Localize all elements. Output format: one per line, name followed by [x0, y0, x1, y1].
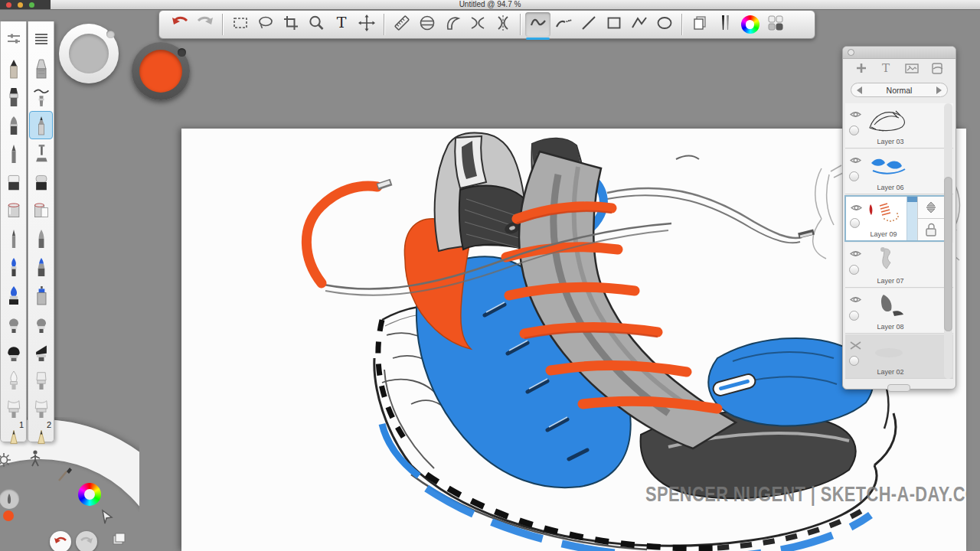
line-tool[interactable]: [576, 12, 601, 37]
panel-close-button[interactable]: [848, 49, 854, 56]
cursor-icon[interactable]: [97, 507, 117, 527]
layer-visibility-toggle[interactable]: [849, 294, 862, 308]
brush-tool-icon[interactable]: [55, 465, 75, 484]
zoom-tool[interactable]: [303, 12, 328, 37]
symmetry-x-tool[interactable]: [465, 12, 490, 37]
french-curve-tool[interactable]: [439, 12, 465, 37]
brush-fine-pen-blue[interactable]: [29, 253, 53, 281]
current-color-dot[interactable]: [3, 510, 14, 521]
layer-thumbnail[interactable]: [864, 290, 914, 321]
layer-thumbnail[interactable]: [864, 198, 909, 229]
text-layer-button[interactable]: T: [879, 61, 893, 78]
ellipse-tool[interactable]: [652, 12, 677, 37]
layer-visibility-toggle-off[interactable]: [849, 340, 862, 354]
layer-visibility-toggle[interactable]: [849, 248, 862, 262]
layer-row[interactable]: Layer 07: [845, 243, 953, 288]
import-image-button[interactable]: [904, 61, 920, 78]
layer-select-radio[interactable]: [849, 171, 859, 181]
crop-tool[interactable]: [278, 12, 303, 37]
brush-ballpoint-pen[interactable]: [29, 111, 53, 139]
brush-airbrush[interactable]: [29, 54, 53, 83]
rectangle-tool[interactable]: [601, 12, 626, 37]
layer-nudge-button[interactable]: [918, 197, 944, 219]
brush-fine-liner[interactable]: [2, 224, 25, 253]
color-puck[interactable]: [132, 42, 190, 100]
redo-button[interactable]: [192, 12, 217, 37]
brush-stroke-pen[interactable]: [29, 83, 53, 111]
blend-next-arrow[interactable]: [936, 86, 942, 94]
brush-stamp-tool[interactable]: [29, 139, 53, 168]
brush-pattern-bucket[interactable]: [29, 196, 53, 224]
brush-library-button[interactable]: [712, 12, 737, 37]
settings-icon[interactable]: [0, 450, 14, 470]
layer-select-radio[interactable]: [849, 265, 859, 275]
brush-spray-can[interactable]: [29, 281, 53, 309]
brush-kabuki[interactable]: [2, 337, 25, 366]
undo-button[interactable]: [167, 12, 192, 37]
brush-angled[interactable]: [29, 337, 53, 366]
layer-style-button[interactable]: [930, 61, 944, 78]
figure-tool-icon[interactable]: [25, 449, 45, 469]
brush-eraser-soft[interactable]: [29, 168, 53, 196]
color-wheel-icon[interactable]: [78, 483, 101, 506]
blend-prev-arrow[interactable]: [857, 86, 862, 94]
polyline-tool[interactable]: [626, 12, 652, 37]
layers-icon[interactable]: [109, 529, 129, 549]
blend-mode-selector[interactable]: Normal: [851, 83, 948, 97]
layer-select-radio[interactable]: [849, 356, 859, 366]
layer-visibility-toggle[interactable]: [850, 202, 863, 216]
layer-row-selected[interactable]: Layer 09: [844, 195, 946, 242]
layers-panel-titlebar[interactable]: [843, 47, 956, 59]
layer-thumbnail[interactable]: [864, 151, 914, 181]
layer-opacity-slider[interactable]: [906, 197, 917, 240]
add-layer-button[interactable]: [854, 61, 868, 78]
layer-thumbnail[interactable]: [864, 105, 914, 135]
ruler-tool[interactable]: [389, 12, 414, 37]
brush-wide-flat[interactable]: [2, 394, 25, 422]
rect-select-tool[interactable]: [227, 12, 253, 37]
brush-felt-tip[interactable]: [29, 224, 53, 253]
layer-row[interactable]: Layer 08: [845, 289, 953, 334]
layer-lock-button[interactable]: [918, 219, 944, 240]
transform-tool[interactable]: [354, 12, 379, 37]
text-tool[interactable]: T: [328, 12, 354, 37]
brush-properties-button[interactable]: [2, 26, 25, 54]
current-brush-button[interactable]: [0, 489, 19, 509]
brush-pencil[interactable]: [2, 54, 25, 83]
brush-size-puck[interactable]: [59, 24, 119, 83]
duplicate-layer-button[interactable]: [687, 12, 712, 37]
brush-flat-2[interactable]: [29, 394, 53, 422]
brush-nib-2[interactable]: 2: [29, 422, 53, 451]
swatch-library-button[interactable]: [763, 12, 788, 37]
layer-select-radio[interactable]: [850, 218, 860, 228]
symmetry-y-tool[interactable]: [490, 12, 515, 37]
freehand-stroke-tool[interactable]: [525, 12, 550, 37]
brush-flame-white[interactable]: [2, 366, 25, 394]
brush-nib-1[interactable]: 1: [2, 422, 25, 451]
layers-scrollbar-thumb[interactable]: [944, 177, 952, 331]
layer-row[interactable]: Layer 03: [845, 103, 953, 148]
brush-flat[interactable]: [29, 366, 53, 394]
ellipse-guide-tool[interactable]: [414, 12, 439, 37]
layer-select-radio[interactable]: [849, 311, 859, 321]
brush-ink-pen[interactable]: [2, 139, 25, 168]
brush-dome[interactable]: [29, 309, 53, 337]
brush-round[interactable]: [2, 309, 25, 337]
brush-chisel-marker[interactable]: [2, 83, 25, 111]
brush-paint-pen-blue[interactable]: [2, 253, 25, 281]
undo-quick-button[interactable]: [50, 531, 71, 551]
stroke-preview-button[interactable]: [29, 26, 53, 54]
layer-select-radio[interactable]: [849, 126, 859, 135]
layer-visibility-toggle[interactable]: [849, 109, 862, 122]
brush-bullet-marker[interactable]: [2, 111, 25, 139]
brush-paint-bucket[interactable]: [2, 196, 25, 224]
layer-thumbnail[interactable]: [864, 244, 914, 275]
redo-quick-button[interactable]: [76, 531, 97, 551]
layer-row[interactable]: Layer 06: [845, 149, 953, 194]
panel-resize-handle[interactable]: [887, 384, 910, 392]
brush-eraser-hard[interactable]: [2, 168, 25, 196]
lasso-select-tool[interactable]: [253, 12, 278, 37]
layer-thumbnail[interactable]: [864, 336, 914, 367]
color-wheel-button[interactable]: [737, 12, 763, 37]
brush-flame-blue[interactable]: [2, 281, 25, 309]
